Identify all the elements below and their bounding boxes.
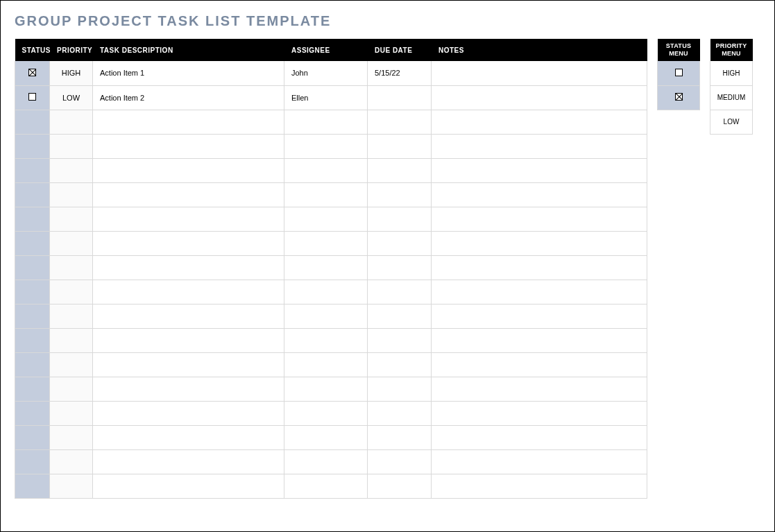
status-cell[interactable] (15, 401, 50, 425)
status-cell[interactable] (15, 231, 50, 255)
notes-cell[interactable] (432, 425, 647, 449)
assignee-cell[interactable]: Ellen (284, 85, 368, 110)
status-cell[interactable] (15, 304, 50, 328)
due-date-cell[interactable] (368, 134, 432, 158)
assignee-cell[interactable] (284, 182, 368, 207)
description-cell[interactable] (93, 352, 284, 377)
due-date-cell[interactable] (368, 449, 432, 474)
priority-cell[interactable] (50, 134, 93, 158)
notes-cell[interactable] (432, 401, 647, 425)
due-date-cell[interactable] (368, 85, 432, 110)
description-cell[interactable] (93, 110, 284, 134)
priority-menu-item[interactable]: LOW (710, 110, 753, 134)
description-cell[interactable] (93, 449, 284, 474)
checkbox-checked-icon[interactable] (28, 69, 36, 76)
status-cell[interactable] (15, 425, 50, 449)
assignee-cell[interactable] (284, 401, 368, 425)
assignee-cell[interactable] (284, 134, 368, 158)
assignee-cell[interactable] (284, 207, 368, 231)
notes-cell[interactable] (432, 280, 647, 304)
notes-cell[interactable] (432, 134, 647, 158)
due-date-cell[interactable] (368, 425, 432, 449)
assignee-cell[interactable] (284, 158, 368, 182)
assignee-cell[interactable] (284, 304, 368, 328)
notes-cell[interactable] (432, 158, 647, 182)
priority-cell[interactable] (50, 182, 93, 207)
status-cell[interactable] (15, 352, 50, 377)
status-cell[interactable] (15, 377, 50, 401)
notes-cell[interactable] (432, 352, 647, 377)
status-cell[interactable] (15, 449, 50, 474)
checkbox-unchecked-icon[interactable] (28, 93, 36, 101)
status-cell[interactable] (15, 280, 50, 304)
priority-cell[interactable] (50, 280, 93, 304)
priority-cell[interactable] (50, 401, 93, 425)
description-cell[interactable]: Action Item 2 (93, 85, 284, 110)
status-menu-item[interactable] (658, 61, 700, 85)
notes-cell[interactable] (432, 304, 647, 328)
description-cell[interactable] (93, 377, 284, 401)
description-cell[interactable] (93, 182, 284, 207)
notes-cell[interactable] (432, 377, 647, 401)
status-cell[interactable] (15, 85, 50, 110)
status-cell[interactable] (15, 255, 50, 280)
status-menu-item[interactable] (658, 85, 700, 110)
priority-cell[interactable] (50, 352, 93, 377)
status-cell[interactable] (15, 158, 50, 182)
priority-cell[interactable] (50, 158, 93, 182)
notes-cell[interactable] (432, 85, 647, 110)
notes-cell[interactable] (432, 231, 647, 255)
priority-cell[interactable] (50, 207, 93, 231)
description-cell[interactable] (93, 280, 284, 304)
description-cell[interactable] (93, 231, 284, 255)
due-date-cell[interactable] (368, 231, 432, 255)
assignee-cell[interactable] (284, 110, 368, 134)
priority-cell[interactable] (50, 110, 93, 134)
priority-menu-item[interactable]: HIGH (710, 61, 753, 85)
description-cell[interactable] (93, 255, 284, 280)
status-cell[interactable] (15, 182, 50, 207)
status-cell[interactable] (15, 61, 50, 85)
assignee-cell[interactable]: John (284, 61, 368, 85)
assignee-cell[interactable] (284, 377, 368, 401)
priority-cell[interactable] (50, 377, 93, 401)
status-cell[interactable] (15, 134, 50, 158)
status-cell[interactable] (15, 328, 50, 352)
notes-cell[interactable] (432, 474, 647, 498)
assignee-cell[interactable] (284, 425, 368, 449)
notes-cell[interactable] (432, 207, 647, 231)
priority-cell[interactable]: HIGH (50, 61, 93, 85)
due-date-cell[interactable] (368, 401, 432, 425)
due-date-cell[interactable] (368, 110, 432, 134)
priority-cell[interactable] (50, 255, 93, 280)
description-cell[interactable] (93, 425, 284, 449)
due-date-cell[interactable] (368, 158, 432, 182)
assignee-cell[interactable] (284, 255, 368, 280)
assignee-cell[interactable] (284, 280, 368, 304)
status-cell[interactable] (15, 207, 50, 231)
assignee-cell[interactable] (284, 328, 368, 352)
description-cell[interactable] (93, 158, 284, 182)
due-date-cell[interactable] (368, 474, 432, 498)
due-date-cell[interactable] (368, 377, 432, 401)
description-cell[interactable]: Action Item 1 (93, 61, 284, 85)
priority-cell[interactable] (50, 328, 93, 352)
notes-cell[interactable] (432, 328, 647, 352)
priority-menu-item[interactable]: MEDIUM (710, 85, 753, 110)
due-date-cell[interactable] (368, 304, 432, 328)
priority-cell[interactable] (50, 474, 93, 498)
due-date-cell[interactable] (368, 207, 432, 231)
status-cell[interactable] (15, 474, 50, 498)
description-cell[interactable] (93, 134, 284, 158)
due-date-cell[interactable] (368, 352, 432, 377)
due-date-cell[interactable] (368, 182, 432, 207)
due-date-cell[interactable] (368, 255, 432, 280)
assignee-cell[interactable] (284, 449, 368, 474)
status-cell[interactable] (15, 110, 50, 134)
assignee-cell[interactable] (284, 352, 368, 377)
notes-cell[interactable] (432, 449, 647, 474)
priority-cell[interactable] (50, 425, 93, 449)
description-cell[interactable] (93, 207, 284, 231)
priority-cell[interactable]: LOW (50, 85, 93, 110)
priority-cell[interactable] (50, 231, 93, 255)
